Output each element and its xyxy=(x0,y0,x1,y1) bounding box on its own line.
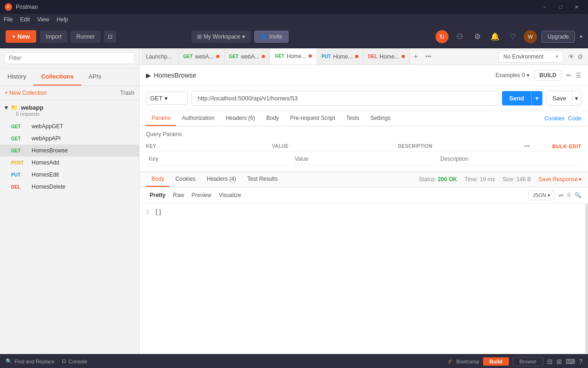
tab-pre-request[interactable]: Pre-request Script xyxy=(284,111,341,126)
tab-history[interactable]: History xyxy=(0,68,33,85)
list-item[interactable]: GET HomesBrowse xyxy=(0,145,139,157)
save-dropdown-button[interactable]: ▾ xyxy=(572,91,581,106)
response-pretty-tab[interactable]: Pretty xyxy=(146,190,169,200)
heart-icon[interactable]: ♡ xyxy=(506,30,519,43)
find-replace-button[interactable]: 🔍 Find and Replace xyxy=(6,358,54,364)
new-collection-button[interactable]: + New Collection xyxy=(5,90,46,96)
runner-button[interactable]: Runner xyxy=(71,31,100,43)
value-input[interactable] xyxy=(292,154,436,164)
request-tab-2[interactable]: GET webA... xyxy=(225,48,271,65)
wrap-icon[interactable]: ⇌ xyxy=(558,191,564,199)
request-tab-1[interactable]: GET webA... xyxy=(178,48,225,65)
response-tab-cookies[interactable]: Cookies xyxy=(170,172,201,187)
capture-button[interactable]: ⊡ xyxy=(104,31,116,43)
save-button[interactable]: Save xyxy=(546,91,572,106)
search-icon[interactable]: 🔍 xyxy=(575,192,581,198)
trash-button[interactable]: Trash xyxy=(120,90,134,96)
split-icon[interactable]: ⊞ xyxy=(556,358,562,365)
menu-view[interactable]: View xyxy=(37,16,49,23)
sync-icon[interactable]: ↻ xyxy=(436,30,449,43)
response-body-wrapper: 1[] xyxy=(139,204,588,354)
environment-selector[interactable]: No Environment ▾ xyxy=(498,51,563,63)
code-link[interactable]: Code xyxy=(568,115,581,122)
tab-apis[interactable]: APIs xyxy=(81,68,109,85)
api-network-icon[interactable]: ⚇ xyxy=(453,30,466,43)
filter-input[interactable] xyxy=(5,52,134,64)
note-icon[interactable]: ☰ xyxy=(575,72,581,79)
size-label: Size: 146 B xyxy=(502,176,531,183)
bottombar: 🔍 Find and Replace ⊡ Console 🎓 Bootcamp … xyxy=(0,354,588,368)
tab-method-5: DEL xyxy=(368,54,377,59)
tab-label: Launchp... xyxy=(146,53,172,60)
tab-body[interactable]: Body xyxy=(261,111,284,126)
url-input[interactable] xyxy=(192,91,498,106)
settings-icon[interactable]: ⚙ xyxy=(471,30,484,43)
panel-icon[interactable]: ⊟ xyxy=(547,358,553,365)
maximize-button[interactable]: □ xyxy=(554,0,568,14)
settings-icon[interactable]: ⚙ xyxy=(577,53,583,60)
keyboard-icon[interactable]: ⌨ xyxy=(566,358,575,365)
send-dropdown-button[interactable]: ▾ xyxy=(531,91,542,105)
tab-tests[interactable]: Tests xyxy=(341,111,365,126)
response-raw-tab[interactable]: Raw xyxy=(169,190,188,200)
request-tab-3[interactable]: GET Home... xyxy=(270,48,317,65)
bootcamp-button[interactable]: 🎓 Bootcamp xyxy=(448,358,479,364)
tab-authorization[interactable]: Authorization xyxy=(176,111,220,126)
list-item[interactable]: PUT HomesEdit xyxy=(0,169,139,181)
add-tab-button[interactable]: + xyxy=(410,53,422,61)
response-preview-tab[interactable]: Preview xyxy=(188,190,215,200)
tab-settings[interactable]: Settings xyxy=(365,111,396,126)
copy-icon[interactable]: ⎘ xyxy=(568,192,571,198)
list-item[interactable]: GET webAppGET xyxy=(0,120,139,132)
tab-label-3: Home... xyxy=(287,53,306,59)
response-tab-test-results[interactable]: Test Results xyxy=(242,172,283,187)
response-tab-headers[interactable]: Headers (4) xyxy=(201,172,242,187)
edit-icon[interactable]: ✏ xyxy=(566,72,572,79)
upgrade-button[interactable]: Upgrade xyxy=(542,31,575,43)
request-tab-5[interactable]: DEL Home... xyxy=(363,48,410,65)
list-item[interactable]: DEL HomesDelete xyxy=(0,181,139,193)
invite-button[interactable]: 👤 Invite xyxy=(254,31,289,43)
examples-button[interactable]: Examples 0 ▾ xyxy=(496,72,529,79)
notification-icon[interactable]: 🔔 xyxy=(489,30,502,43)
workspace-selector[interactable]: ⊞ My Workspace ▾ xyxy=(192,31,251,43)
menu-file[interactable]: File xyxy=(4,16,13,23)
method-select[interactable]: GET ▾ xyxy=(146,92,188,105)
build-bottom-button[interactable]: Build xyxy=(483,357,509,366)
format-selector[interactable]: JSON ▾ xyxy=(529,191,555,200)
key-input[interactable] xyxy=(146,154,290,164)
console-button[interactable]: ⊡ Console xyxy=(62,358,87,364)
menu-help[interactable]: Help xyxy=(57,16,68,23)
vertical-scrollbar[interactable] xyxy=(585,204,588,354)
collection-webapp[interactable]: ▾ 📁 webapp 6 requests xyxy=(0,100,139,120)
send-button[interactable]: Send xyxy=(502,91,532,105)
build-button[interactable]: BUILD xyxy=(534,70,562,81)
minimize-button[interactable]: − xyxy=(538,0,552,14)
cookies-link[interactable]: Cookies xyxy=(544,115,564,122)
bulk-edit-button[interactable]: Bulk Edit xyxy=(552,144,581,149)
tab-params[interactable]: Params xyxy=(146,111,176,126)
response-visualize-tab[interactable]: Visualize xyxy=(215,190,245,200)
menu-edit[interactable]: Edit xyxy=(20,16,30,23)
collection-name: webapp xyxy=(21,104,43,111)
response-tab-body[interactable]: Body xyxy=(146,172,170,187)
more-tabs-button[interactable]: ••• xyxy=(422,53,435,60)
help-icon[interactable]: ? xyxy=(579,358,582,365)
method-badge-put: PUT xyxy=(11,172,28,177)
request-tab-4[interactable]: PUT Home... xyxy=(317,48,363,65)
new-button[interactable]: + New xyxy=(6,30,36,43)
request-tab-0[interactable]: Launchp... xyxy=(141,48,178,65)
eye-icon[interactable]: 👁 xyxy=(568,53,575,60)
browse-bottom-button[interactable]: Browse xyxy=(513,357,544,366)
save-response-button[interactable]: Save Response ▾ xyxy=(538,176,581,183)
upgrade-dropdown-icon[interactable]: ▾ xyxy=(580,33,582,40)
list-item[interactable]: POST HomesAdd xyxy=(0,157,139,169)
window-controls[interactable]: − □ ✕ xyxy=(538,0,583,14)
list-item[interactable]: GET webAppAPI xyxy=(0,132,139,145)
close-button[interactable]: ✕ xyxy=(569,0,583,14)
tab-headers[interactable]: Headers (6) xyxy=(220,111,260,126)
import-button[interactable]: Import xyxy=(40,31,67,43)
tab-collections[interactable]: Collections xyxy=(33,68,81,85)
avatar[interactable]: W xyxy=(524,30,537,43)
description-input[interactable] xyxy=(437,154,581,164)
